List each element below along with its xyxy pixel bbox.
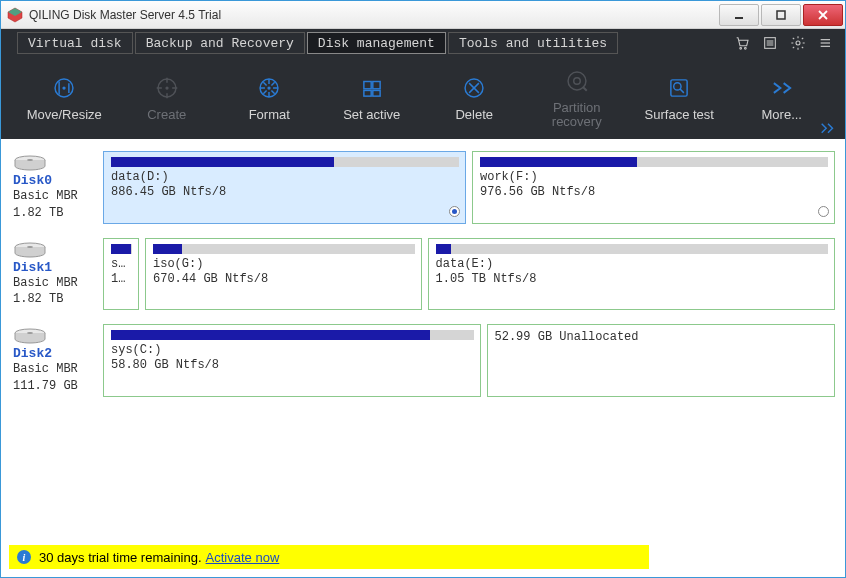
partition-size: 58.80 GB Ntfs/8 <box>111 358 474 373</box>
move-resize-button[interactable]: Move/Resize <box>13 74 116 123</box>
menu-drop-icon[interactable] <box>815 32 837 54</box>
disk-size: 1.82 TB <box>13 205 99 222</box>
partition-radio[interactable] <box>449 206 460 217</box>
disk-type: Basic MBR <box>13 188 99 205</box>
partition[interactable]: s...1... <box>103 238 139 311</box>
usage-bar <box>111 330 474 340</box>
title-bar: QILING Disk Master Server 4.5 Trial <box>1 1 845 29</box>
svg-point-12 <box>796 41 800 45</box>
disk-type: Basic MBR <box>13 275 99 292</box>
partition[interactable]: data(E:)1.05 TB Ntfs/8 <box>428 238 835 311</box>
app-logo-icon <box>7 7 23 23</box>
window-title: QILING Disk Master Server 4.5 Trial <box>29 8 719 22</box>
disk-info: Disk2Basic MBR111.79 GB <box>11 324 103 397</box>
disk-size: 1.82 TB <box>13 291 99 308</box>
trial-status-text: 30 days trial time remaining. <box>39 550 202 565</box>
toolbar-label: Partition recovery <box>552 101 602 130</box>
activate-link[interactable]: Activate now <box>206 550 280 565</box>
toolbar-label: Delete <box>455 108 493 123</box>
partition-recovery-button: Partition recovery <box>526 67 629 130</box>
partition-size: 976.56 GB Ntfs/8 <box>480 185 828 200</box>
maximize-button[interactable] <box>761 4 801 26</box>
drive-icon <box>13 153 49 173</box>
minimize-button[interactable] <box>719 4 759 26</box>
disk-name: Disk0 <box>13 173 99 188</box>
close-button[interactable] <box>803 4 843 26</box>
usage-bar <box>480 157 828 167</box>
usage-bar <box>436 244 828 254</box>
partition-label: data(D:) <box>111 170 459 185</box>
svg-point-38 <box>27 332 33 334</box>
usage-bar <box>111 244 132 254</box>
delete-icon <box>460 74 488 102</box>
disk-info: Disk0Basic MBR1.82 TB <box>11 151 103 224</box>
toolbar-label: Set active <box>343 108 400 123</box>
toolbar: Move/ResizeCreateFormatSet activeDeleteP… <box>1 57 845 139</box>
disk-name: Disk1 <box>13 260 99 275</box>
partition-size: 1... <box>111 272 132 287</box>
surface-test-button[interactable]: Surface test <box>628 74 731 123</box>
tab-virtual-disk[interactable]: Virtual disk <box>17 32 133 54</box>
disk-row: Disk1Basic MBR1.82 TBs...1...iso(G:)670.… <box>11 238 835 311</box>
tab-backup-and-recovery[interactable]: Backup and Recovery <box>135 32 305 54</box>
gear-icon[interactable] <box>787 32 809 54</box>
partition-label: iso(G:) <box>153 257 415 272</box>
disk-name: Disk2 <box>13 346 99 361</box>
surface-test-icon <box>665 74 693 102</box>
partition[interactable]: 52.99 GB Unallocated <box>487 324 836 397</box>
usage-bar <box>153 244 415 254</box>
create-icon <box>153 74 181 102</box>
partition-label: s... <box>111 257 132 272</box>
partition[interactable]: data(D:)886.45 GB Ntfs/8 <box>103 151 466 224</box>
menu-bar: Virtual diskBackup and RecoveryDisk mana… <box>1 29 845 57</box>
format-icon <box>255 74 283 102</box>
set-active-button[interactable]: Set active <box>321 74 424 123</box>
move-resize-icon <box>50 74 78 102</box>
svg-point-7 <box>744 47 746 49</box>
svg-rect-25 <box>373 90 380 96</box>
partition-size: 886.45 GB Ntfs/8 <box>111 185 459 200</box>
svg-point-34 <box>27 159 33 161</box>
partition[interactable]: sys(C:)58.80 GB Ntfs/8 <box>103 324 481 397</box>
disk-size: 111.79 GB <box>13 378 99 395</box>
set-active-icon <box>358 74 386 102</box>
more-icon <box>768 74 796 102</box>
partition-label: work(F:) <box>480 170 828 185</box>
svg-rect-22 <box>364 81 371 88</box>
svg-point-21 <box>268 86 271 89</box>
svg-point-6 <box>740 47 742 49</box>
drive-icon <box>13 240 49 260</box>
usage-bar <box>111 157 459 167</box>
create-button: Create <box>116 74 219 123</box>
expand-icon[interactable] <box>819 121 837 135</box>
drive-icon <box>13 326 49 346</box>
delete-button[interactable]: Delete <box>423 74 526 123</box>
partition-label: sys(C:) <box>111 343 474 358</box>
info-icon: i <box>17 550 31 564</box>
svg-point-17 <box>63 86 66 89</box>
list-icon[interactable] <box>759 32 781 54</box>
toolbar-label: Format <box>249 108 290 123</box>
partition-label: 52.99 GB Unallocated <box>495 330 829 345</box>
partition-recovery-icon <box>563 67 591 95</box>
partition[interactable]: work(F:)976.56 GB Ntfs/8 <box>472 151 835 224</box>
svg-rect-3 <box>777 11 785 19</box>
svg-point-36 <box>27 246 33 248</box>
disk-info: Disk1Basic MBR1.82 TB <box>11 238 103 311</box>
toolbar-label: Surface test <box>645 108 714 123</box>
svg-point-30 <box>574 77 581 84</box>
partition-radio[interactable] <box>818 206 829 217</box>
disk-list: Disk0Basic MBR1.82 TBdata(D:)886.45 GB N… <box>1 139 845 549</box>
disk-row: Disk2Basic MBR111.79 GBsys(C:)58.80 GB N… <box>11 324 835 397</box>
tab-tools-and-utilities[interactable]: Tools and utilities <box>448 32 618 54</box>
cart-icon[interactable] <box>731 32 753 54</box>
trial-status-bar: i 30 days trial time remaining. Activate… <box>9 545 649 569</box>
svg-point-19 <box>165 86 168 89</box>
partition[interactable]: iso(G:)670.44 GB Ntfs/8 <box>145 238 422 311</box>
partition-label: data(E:) <box>436 257 828 272</box>
tab-disk-management[interactable]: Disk management <box>307 32 446 54</box>
svg-rect-24 <box>364 90 371 96</box>
more-button[interactable]: More... <box>731 74 834 123</box>
format-button[interactable]: Format <box>218 74 321 123</box>
partition-size: 1.05 TB Ntfs/8 <box>436 272 828 287</box>
